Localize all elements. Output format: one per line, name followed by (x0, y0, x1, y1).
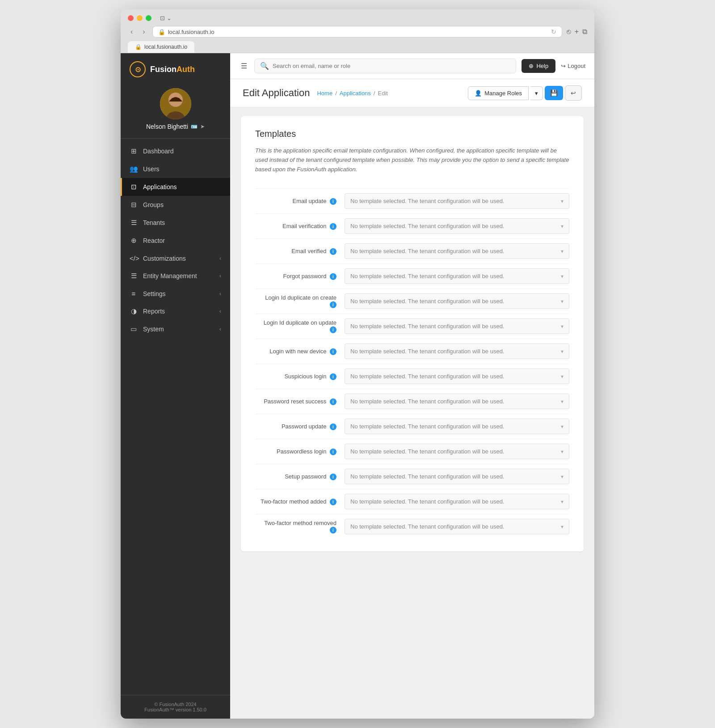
template-row-suspicious-login: Suspicious login i No template selected.… (255, 364, 569, 389)
section-description: This is the application specific email t… (255, 146, 569, 176)
template-label: Two-factor method removed i (255, 520, 345, 533)
sidebar-item-tenants[interactable]: ☰ Tenants (121, 214, 230, 232)
app-layout: ⊙ FusionAuth (121, 53, 594, 719)
template-row-two-factor-added: Two-factor method added i No template se… (255, 489, 569, 514)
sidebar-item-settings[interactable]: ≡ Settings ‹ (121, 285, 230, 302)
sidebar-item-users[interactable]: 👥 Users (121, 160, 230, 178)
info-icon[interactable]: i (330, 198, 336, 205)
template-select-password-reset-success[interactable]: No template selected. The tenant configu… (345, 394, 569, 409)
info-icon[interactable]: i (330, 223, 336, 230)
template-select-setup-password[interactable]: No template selected. The tenant configu… (345, 469, 569, 484)
chevron-icon: ‹ (219, 291, 221, 297)
share-icon[interactable]: ⎋ (567, 28, 571, 36)
info-icon[interactable]: i (330, 301, 336, 308)
info-icon[interactable]: i (330, 348, 336, 355)
search-input[interactable] (273, 63, 510, 69)
close-dot[interactable] (128, 15, 134, 21)
sidebar-item-system[interactable]: ▭ System ‹ (121, 320, 230, 338)
users-icon: 👥 (130, 165, 138, 173)
template-select-two-factor-added[interactable]: No template selected. The tenant configu… (345, 494, 569, 509)
customizations-icon: </> (130, 254, 138, 262)
forward-button[interactable]: › (140, 27, 147, 37)
minimize-dot[interactable] (137, 15, 143, 21)
avatar (160, 88, 191, 119)
chevron-down-icon: ▾ (561, 449, 564, 455)
template-select-suspicious-login[interactable]: No template selected. The tenant configu… (345, 368, 569, 384)
info-icon[interactable]: i (330, 423, 336, 430)
content-area: Templates This is the application specif… (230, 107, 594, 719)
sidebar-footer: © FusionAuth 2024 FusionAuth™ version 1.… (121, 695, 230, 719)
info-icon[interactable]: i (330, 326, 336, 333)
svg-point-4 (178, 98, 180, 100)
sidebar-item-groups[interactable]: ⊟ Groups (121, 196, 230, 214)
sidebar-item-label: Tenants (143, 219, 165, 226)
footer-copyright: © FusionAuth 2024 (130, 702, 221, 707)
back-button[interactable]: ‹ (128, 27, 135, 37)
maximize-dot[interactable] (146, 15, 151, 21)
browser-window: ⊡⌄ ‹ › 🔒 local.fusionauth.io ↻ ⎋ + ⧉ 🔒 l… (121, 9, 594, 719)
template-select-email-verification[interactable]: No template selected. The tenant configu… (345, 218, 569, 234)
help-button[interactable]: ⊕ Help (522, 59, 555, 73)
template-label: Forgot password i (255, 273, 345, 280)
sidebar-item-customizations[interactable]: </> Customizations ‹ (121, 250, 230, 267)
sidebar-item-reactor[interactable]: ⊕ Reactor (121, 232, 230, 250)
info-icon[interactable]: i (330, 474, 336, 480)
tab-bar: 🔒 local.fusionauth.io (128, 41, 587, 53)
save-button[interactable]: 💾 (545, 86, 563, 100)
browser-chrome: ⊡⌄ ‹ › 🔒 local.fusionauth.io ↻ ⎋ + ⧉ 🔒 l… (121, 9, 594, 53)
template-row-login-new-device: Login with new device i No template sele… (255, 339, 569, 364)
help-icon: ⊕ (529, 63, 534, 69)
new-tab-icon[interactable]: + (575, 28, 579, 36)
sidebar-item-applications[interactable]: ⊡ Applications (121, 178, 230, 196)
sidebar-item-dashboard[interactable]: ⊞ Dashboard (121, 142, 230, 160)
info-icon[interactable]: i (330, 273, 336, 280)
page-header-actions: 👤 Manage Roles ▾ 💾 ↩ (468, 85, 582, 101)
system-icon: ▭ (130, 325, 138, 333)
menu-toggle-button[interactable]: ☰ (239, 60, 249, 72)
sidebar-item-reports[interactable]: ◑ Reports ‹ (121, 302, 230, 320)
info-icon[interactable]: i (330, 527, 336, 533)
lock-icon: 🔒 (158, 29, 165, 35)
refresh-icon[interactable]: ↻ (551, 28, 556, 35)
active-tab[interactable]: 🔒 local.fusionauth.io (128, 41, 194, 53)
sidebar-item-entity-management[interactable]: ☰ Entity Management ‹ (121, 267, 230, 285)
info-icon[interactable]: i (330, 248, 336, 255)
template-label: Email verification i (255, 223, 345, 230)
chevron-down-icon: ▾ (561, 298, 564, 305)
template-select-login-new-device[interactable]: No template selected. The tenant configu… (345, 343, 569, 359)
info-icon[interactable]: i (330, 373, 336, 380)
back-action-button[interactable]: ↩ (565, 85, 582, 101)
logout-button[interactable]: ↪ Logout (561, 63, 585, 69)
template-select-login-id-dup-create[interactable]: No template selected. The tenant configu… (345, 293, 569, 309)
tab-title: local.fusionauth.io (144, 44, 187, 50)
chevron-down-icon: ▾ (561, 273, 564, 279)
template-select-passwordless-login[interactable]: No template selected. The tenant configu… (345, 444, 569, 459)
template-label: Two-factor method added i (255, 498, 345, 505)
breadcrumb-applications[interactable]: Applications (340, 90, 371, 97)
chevron-down-icon: ▾ (561, 198, 564, 204)
breadcrumb-home[interactable]: Home (317, 90, 332, 97)
template-select-two-factor-removed[interactable]: No template selected. The tenant configu… (345, 519, 569, 534)
address-bar[interactable]: 🔒 local.fusionauth.io ↻ (152, 26, 562, 38)
logout-icon: ↪ (561, 63, 566, 69)
template-select-login-id-dup-update[interactable]: No template selected. The tenant configu… (345, 318, 569, 334)
top-bar: ☰ 🔍 ⊕ Help ↪ Logout (230, 53, 594, 79)
info-icon[interactable]: i (330, 499, 336, 505)
info-icon[interactable]: i (330, 449, 336, 455)
search-icon: 🔍 (260, 62, 269, 70)
info-icon[interactable]: i (330, 398, 336, 405)
chevron-icon: ‹ (219, 255, 221, 262)
tab-favicon: 🔒 (135, 44, 142, 50)
template-select-forgot-password[interactable]: No template selected. The tenant configu… (345, 268, 569, 284)
manage-roles-button[interactable]: 👤 Manage Roles (468, 86, 529, 100)
tabs-icon[interactable]: ⧉ (582, 28, 587, 36)
entity-management-icon: ☰ (130, 272, 138, 280)
template-select-email-update[interactable]: No template selected. The tenant configu… (345, 193, 569, 209)
manage-roles-dropdown-button[interactable]: ▾ (530, 86, 543, 100)
browser-traffic-lights: ⊡⌄ (128, 15, 587, 21)
template-row-forgot-password: Forgot password i No template selected. … (255, 263, 569, 288)
template-label: Password update i (255, 423, 345, 430)
template-select-password-update[interactable]: No template selected. The tenant configu… (345, 419, 569, 434)
user-name: Nelson Bighetti 🪪 ➤ (146, 123, 205, 130)
template-select-email-verified[interactable]: No template selected. The tenant configu… (345, 243, 569, 259)
